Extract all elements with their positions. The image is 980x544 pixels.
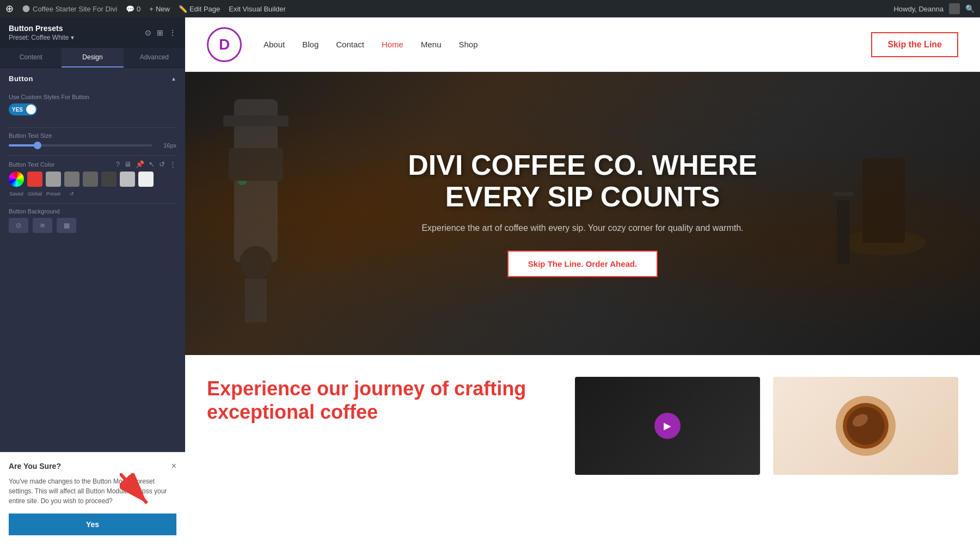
edit-page-menu[interactable]: ✏️ Edit Page	[179, 5, 220, 13]
confirm-body: You've made changes to the Button Module…	[9, 476, 176, 506]
nav-blog[interactable]: Blog	[302, 40, 318, 49]
color-swatch-red[interactable]	[27, 172, 42, 187]
saved-label: Saved	[9, 191, 24, 197]
confirm-yes-button[interactable]: Yes	[9, 514, 176, 535]
tab-design[interactable]: Design	[62, 48, 123, 68]
howdy-text: Howdy, Deanna	[893, 5, 944, 13]
slider-thumb[interactable]	[34, 142, 41, 149]
bg-image-option[interactable]: ▦	[57, 218, 76, 233]
nav-home[interactable]: Home	[382, 40, 403, 49]
preset-label: Preset	[46, 191, 61, 197]
search-icon[interactable]: 🔍	[965, 4, 975, 13]
refresh-label: ↺	[64, 191, 79, 197]
new-menu[interactable]: + New	[149, 5, 170, 13]
hero-title: DIVI COFFEE CO. WHERE EVERY SIP COUNTS	[376, 150, 789, 212]
panel-header: Button Presets Preset: Coffee White ▾ ⊙ …	[0, 17, 185, 48]
tab-content[interactable]: Content	[0, 48, 62, 68]
more-icon[interactable]: ⋮	[169, 28, 176, 37]
global-label: Global	[27, 191, 42, 197]
svg-point-16	[847, 407, 885, 445]
button-section-header[interactable]: Button ▲	[0, 68, 185, 89]
custom-styles-toggle[interactable]: YES	[9, 103, 37, 115]
unpin-icon[interactable]: ↖	[149, 160, 155, 168]
color-picker-icon[interactable]	[9, 172, 24, 187]
color-swatch-gray6[interactable]	[138, 172, 154, 187]
text-color-label: Button Text Color	[9, 161, 54, 168]
card-image-light	[773, 377, 958, 475]
nav-about[interactable]: About	[264, 40, 285, 49]
nav-shop[interactable]: Shop	[458, 40, 477, 49]
color-swatch-gray1[interactable]	[46, 172, 61, 187]
custom-styles-label: Use Custom Styles For Button	[9, 94, 89, 100]
exit-builder-menu[interactable]: Exit Visual Builder	[229, 5, 286, 13]
hero-cta-button[interactable]: Skip The Line. Order Ahead.	[507, 250, 658, 277]
pin-icon[interactable]: 📌	[136, 160, 144, 168]
site-menu: About Blog Contact Home Menu Shop	[264, 40, 478, 49]
confirm-dialog: Are You Sure? × You've made changes to t…	[0, 452, 185, 544]
coffee-icon	[22, 5, 30, 13]
toggle-knob	[26, 105, 36, 114]
custom-styles-toggle-row: YES	[9, 103, 176, 115]
confirm-title: Are You Sure?	[9, 462, 61, 470]
color-swatch-gray2[interactable]	[64, 172, 79, 187]
text-color-icons: ? 🖥 📌 ↖ ↺ ⋮	[116, 160, 176, 168]
tab-advanced[interactable]: Advanced	[124, 48, 185, 68]
cards-heading: Experience our journey of crafting excep…	[207, 377, 562, 424]
bg-field: Button Background ⊙ ≋ ▦	[0, 204, 185, 240]
text-size-field: Button Text Size 16px	[0, 128, 185, 155]
more-options-icon[interactable]: ⋮	[169, 160, 176, 168]
main-site: D About Blog Contact Home Menu Shop Skip…	[185, 17, 980, 544]
cards-section: Experience our journey of crafting excep…	[185, 355, 980, 486]
text-size-label: Button Text Size	[9, 132, 52, 139]
svg-rect-4	[223, 115, 289, 126]
confirm-dialog-header: Are You Sure? ×	[9, 461, 176, 471]
text-size-value: 16px	[157, 142, 176, 149]
site-logo: D	[207, 27, 242, 62]
color-swatch-gray4[interactable]	[101, 172, 117, 187]
panel-tabs: Content Design Advanced	[0, 48, 185, 68]
nav-contact[interactable]: Contact	[336, 40, 364, 49]
panel-preset[interactable]: Preset: Coffee White ▾	[9, 34, 74, 41]
undo-icon[interactable]: ↺	[159, 160, 165, 168]
target-icon[interactable]: ⊙	[145, 28, 151, 37]
play-button[interactable]: ▶	[654, 413, 681, 439]
section-title: Button	[9, 75, 33, 83]
cards-text: Experience our journey of crafting excep…	[207, 377, 562, 475]
panel-title: Button Presets	[9, 24, 74, 33]
hero-section: DIVI COFFEE CO. WHERE EVERY SIP COUNTS E…	[185, 72, 980, 355]
admin-bar-right: Howdy, Deanna 🔍	[893, 3, 975, 14]
section-collapse-icon[interactable]: ▲	[171, 76, 176, 82]
site-cta-button[interactable]: Skip the Line	[871, 32, 958, 57]
coffee-tools-right	[820, 115, 947, 285]
svg-rect-13	[832, 192, 854, 196]
text-size-slider[interactable]	[9, 144, 152, 146]
bg-gradient-option[interactable]: ≋	[33, 218, 52, 233]
svg-rect-8	[229, 148, 283, 181]
text-color-field: Button Text Color ? 🖥 📌 ↖ ↺ ⋮	[0, 156, 185, 203]
bg-color-option[interactable]: ⊙	[9, 218, 28, 233]
text-size-slider-row: 16px	[9, 142, 176, 149]
color-swatch-gray5[interactable]	[120, 172, 135, 187]
site-name[interactable]: Coffee Starter Site For Divi	[22, 5, 117, 13]
hero-subtitle: Experience the art of coffee with every …	[376, 223, 789, 233]
admin-bar: ⊕ Coffee Starter Site For Divi 💬 0 + New…	[0, 0, 980, 17]
nav-menu[interactable]: Menu	[421, 40, 442, 49]
help-icon[interactable]: ?	[116, 160, 120, 168]
panel-bottom-spacer	[0, 240, 185, 349]
site-nav: D About Blog Contact Home Menu Shop Skip…	[185, 17, 980, 72]
hero-content: DIVI COFFEE CO. WHERE EVERY SIP COUNTS E…	[365, 150, 800, 277]
panel-header-icons: ⊙ ⊞ ⋮	[145, 28, 176, 37]
custom-styles-field: Use Custom Styles For Button YES	[0, 89, 185, 127]
comments-menu[interactable]: 💬 0	[126, 5, 140, 13]
grid-icon[interactable]: ⊞	[157, 28, 163, 37]
color-swatch-gray3[interactable]	[83, 172, 98, 187]
card-image-dark: ▶	[575, 377, 760, 475]
svg-point-0	[23, 5, 30, 13]
svg-rect-10	[862, 158, 905, 243]
bg-label: Button Background	[9, 208, 60, 215]
desktop-icon[interactable]: 🖥	[124, 160, 131, 168]
coffee-machine-left	[201, 72, 310, 355]
confirm-close-button[interactable]: ×	[171, 461, 176, 471]
svg-rect-6	[245, 279, 267, 322]
bg-options: ⊙ ≋ ▦	[9, 218, 176, 233]
